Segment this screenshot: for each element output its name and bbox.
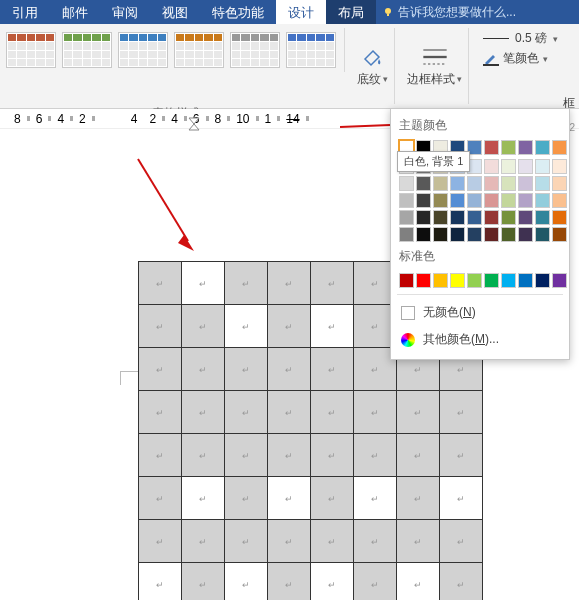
- table-cell[interactable]: [139, 348, 182, 391]
- table-cell[interactable]: [182, 305, 225, 348]
- color-swatch[interactable]: [467, 210, 482, 225]
- table-style-thumb[interactable]: [118, 32, 168, 68]
- table-cell[interactable]: [354, 563, 397, 601]
- color-swatch[interactable]: [518, 273, 533, 288]
- table-cell[interactable]: [397, 391, 440, 434]
- color-swatch[interactable]: [535, 210, 550, 225]
- color-swatch[interactable]: [484, 193, 499, 208]
- table-style-thumb[interactable]: [286, 32, 336, 68]
- color-swatch[interactable]: [467, 227, 482, 242]
- table-cell[interactable]: [225, 477, 268, 520]
- color-swatch[interactable]: [484, 176, 499, 191]
- color-swatch[interactable]: [501, 140, 516, 155]
- shading-button[interactable]: 底纹▾: [351, 28, 395, 104]
- color-swatch[interactable]: [501, 210, 516, 225]
- tab-审阅[interactable]: 审阅: [100, 0, 150, 24]
- table-cell[interactable]: [311, 391, 354, 434]
- tab-设计[interactable]: 设计: [276, 0, 326, 24]
- table-cell[interactable]: [354, 477, 397, 520]
- color-swatch[interactable]: [416, 210, 431, 225]
- color-swatch[interactable]: [552, 273, 567, 288]
- color-swatch[interactable]: [518, 159, 533, 174]
- color-swatch[interactable]: [501, 227, 516, 242]
- table-style-thumb[interactable]: [62, 32, 112, 68]
- tell-me-search[interactable]: 告诉我您想要做什么...: [382, 0, 516, 24]
- table-cell[interactable]: [311, 348, 354, 391]
- tab-邮件[interactable]: 邮件: [50, 0, 100, 24]
- color-swatch[interactable]: [501, 159, 516, 174]
- table-cell[interactable]: [225, 262, 268, 305]
- table-cell[interactable]: [139, 262, 182, 305]
- table-cell[interactable]: [397, 434, 440, 477]
- table-cell[interactable]: [182, 262, 225, 305]
- color-swatch[interactable]: [467, 273, 482, 288]
- border-style-button[interactable]: 边框样式▾: [401, 28, 469, 104]
- table-styles-gallery[interactable]: 表格样式: [6, 28, 345, 104]
- border-width-selector[interactable]: 0.5 磅 ▾: [483, 30, 558, 47]
- table-cell[interactable]: [397, 520, 440, 563]
- color-swatch[interactable]: [535, 140, 550, 155]
- color-swatch[interactable]: [433, 176, 448, 191]
- no-color-item[interactable]: 无颜色(N): [397, 299, 563, 326]
- table-cell[interactable]: [182, 477, 225, 520]
- table-cell[interactable]: [440, 477, 483, 520]
- table-cell[interactable]: [182, 391, 225, 434]
- tab-引用[interactable]: 引用: [0, 0, 50, 24]
- table-cell[interactable]: [397, 477, 440, 520]
- color-swatch[interactable]: [535, 193, 550, 208]
- color-swatch[interactable]: [552, 176, 567, 191]
- color-swatch[interactable]: [518, 227, 533, 242]
- color-swatch[interactable]: [552, 140, 567, 155]
- color-swatch[interactable]: [416, 176, 431, 191]
- table-style-thumb[interactable]: [230, 32, 280, 68]
- color-swatch[interactable]: [518, 176, 533, 191]
- table-cell[interactable]: [440, 563, 483, 601]
- color-swatch[interactable]: [518, 193, 533, 208]
- tab-特色功能[interactable]: 特色功能: [200, 0, 276, 24]
- color-swatch[interactable]: [535, 159, 550, 174]
- table-cell[interactable]: [311, 262, 354, 305]
- color-swatch[interactable]: [552, 159, 567, 174]
- color-swatch[interactable]: [416, 273, 431, 288]
- table-style-thumb[interactable]: [6, 32, 56, 68]
- table-cell[interactable]: [397, 563, 440, 601]
- table-cell[interactable]: [225, 434, 268, 477]
- color-swatch[interactable]: [450, 176, 465, 191]
- table-style-thumb[interactable]: [174, 32, 224, 68]
- table-cell[interactable]: [268, 477, 311, 520]
- color-swatch[interactable]: [552, 193, 567, 208]
- color-swatch[interactable]: [535, 273, 550, 288]
- table-cell[interactable]: [139, 305, 182, 348]
- color-swatch[interactable]: [433, 273, 448, 288]
- color-swatch[interactable]: [399, 273, 414, 288]
- color-swatch[interactable]: [484, 227, 499, 242]
- color-swatch[interactable]: [433, 210, 448, 225]
- table-cell[interactable]: [311, 305, 354, 348]
- table-cell[interactable]: [354, 434, 397, 477]
- table-cell[interactable]: [311, 563, 354, 601]
- tab-布局[interactable]: 布局: [326, 0, 376, 24]
- color-swatch[interactable]: [433, 227, 448, 242]
- color-swatch[interactable]: [484, 140, 499, 155]
- color-swatch[interactable]: [399, 193, 414, 208]
- table-cell[interactable]: [225, 391, 268, 434]
- color-swatch[interactable]: [416, 227, 431, 242]
- table-cell[interactable]: [440, 391, 483, 434]
- table-cell[interactable]: [311, 520, 354, 563]
- table-cell[interactable]: [139, 520, 182, 563]
- table-cell[interactable]: [268, 520, 311, 563]
- table-cell[interactable]: [268, 391, 311, 434]
- table-cell[interactable]: [139, 434, 182, 477]
- color-swatch[interactable]: [501, 193, 516, 208]
- table-cell[interactable]: [354, 391, 397, 434]
- table-cell[interactable]: [139, 391, 182, 434]
- color-swatch[interactable]: [501, 176, 516, 191]
- color-swatch[interactable]: [433, 193, 448, 208]
- color-swatch[interactable]: [501, 273, 516, 288]
- color-swatch[interactable]: [552, 227, 567, 242]
- table-cell[interactable]: [354, 520, 397, 563]
- table-cell[interactable]: [182, 520, 225, 563]
- color-swatch[interactable]: [535, 227, 550, 242]
- table-cell[interactable]: [182, 563, 225, 601]
- table-cell[interactable]: [182, 348, 225, 391]
